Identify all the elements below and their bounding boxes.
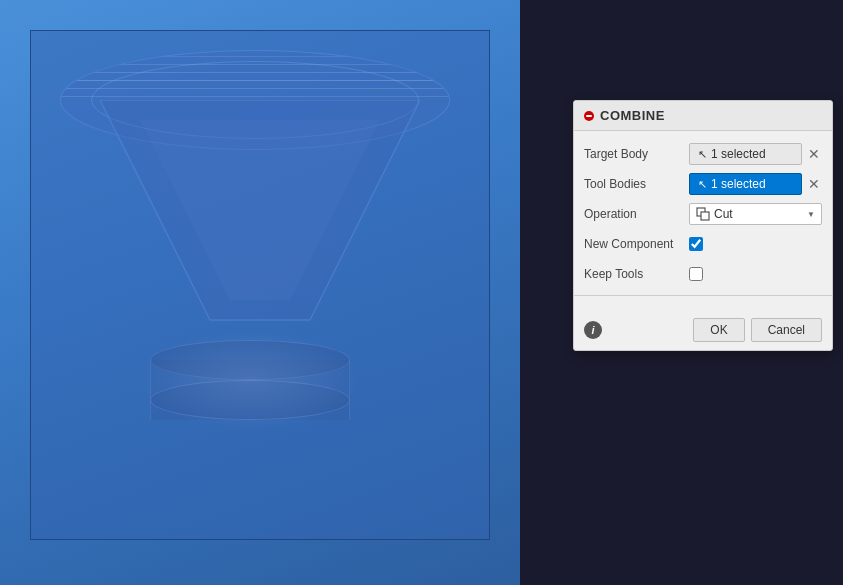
dialog-title: COMBINE: [600, 108, 665, 123]
combine-dialog: COMBINE Target Body ↖ 1 selected ✕ Tool …: [573, 100, 833, 351]
cursor-active-icon: ↖: [698, 178, 707, 191]
target-body-select-button[interactable]: ↖ 1 selected: [689, 143, 802, 165]
dialog-body: Target Body ↖ 1 selected ✕ Tool Bodies ↖…: [574, 131, 832, 310]
tool-bodies-row: Tool Bodies ↖ 1 selected ✕: [574, 169, 832, 199]
operation-label: Operation: [584, 207, 689, 221]
tool-bodies-value: ↖ 1 selected ✕: [689, 173, 822, 195]
tool-bodies-select-button[interactable]: ↖ 1 selected: [689, 173, 802, 195]
target-body-clear-button[interactable]: ✕: [806, 147, 822, 161]
collapse-icon[interactable]: [584, 111, 594, 121]
new-component-value: [689, 237, 822, 251]
target-body-label: Target Body: [584, 147, 689, 161]
keep-tools-label: Keep Tools: [584, 267, 689, 281]
funnel-shape: [100, 100, 420, 360]
target-body-value: ↖ 1 selected ✕: [689, 143, 822, 165]
dialog-divider: [574, 295, 832, 296]
footer-buttons: OK Cancel: [693, 318, 822, 342]
tool-bodies-selected-text: 1 selected: [711, 177, 766, 191]
cut-operation-icon: [696, 207, 710, 221]
new-component-label: New Component: [584, 237, 689, 251]
ok-button[interactable]: OK: [693, 318, 744, 342]
new-component-row: New Component: [574, 229, 832, 259]
cursor-icon: ↖: [698, 148, 707, 161]
keep-tools-checkbox[interactable]: [689, 267, 703, 281]
target-body-selected-text: 1 selected: [711, 147, 766, 161]
new-component-checkbox[interactable]: [689, 237, 703, 251]
cylinder-bottom-face: [150, 380, 350, 420]
dialog-header: COMBINE: [574, 101, 832, 131]
info-button[interactable]: i: [584, 321, 602, 339]
svg-rect-1: [701, 212, 709, 220]
dropdown-arrow-icon: ▼: [807, 210, 815, 219]
target-body-row: Target Body ↖ 1 selected ✕: [574, 139, 832, 169]
operation-select[interactable]: Cut ▼: [689, 203, 822, 225]
keep-tools-row: Keep Tools: [574, 259, 832, 289]
main-container: COMBINE Target Body ↖ 1 selected ✕ Tool …: [0, 0, 843, 585]
tool-bodies-label: Tool Bodies: [584, 177, 689, 191]
cancel-button[interactable]: Cancel: [751, 318, 822, 342]
dialog-footer: i OK Cancel: [574, 310, 832, 350]
info-icon: i: [591, 324, 594, 336]
keep-tools-value: [689, 267, 822, 281]
operation-value: Cut ▼: [689, 203, 822, 225]
3d-viewport[interactable]: [0, 0, 520, 585]
operation-row: Operation Cut ▼: [574, 199, 832, 229]
operation-value-text: Cut: [714, 207, 803, 221]
tool-bodies-clear-button[interactable]: ✕: [806, 177, 822, 191]
bottom-cylinder: [150, 340, 350, 420]
